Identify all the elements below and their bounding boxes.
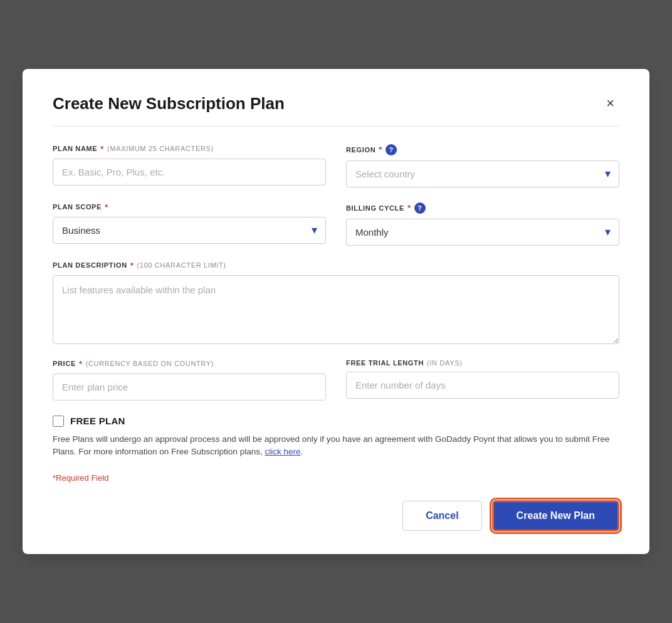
plan-scope-label: PLAN SCOPE * <box>53 202 326 212</box>
plan-desc-required: * <box>130 261 134 270</box>
plan-description-group: PLAN DESCRIPTION * (100 CHARACTER LIMIT) <box>53 261 619 344</box>
price-group: PRICE * (CURRENCY BASED ON COUNTRY) <box>53 359 326 401</box>
price-label: PRICE * (CURRENCY BASED ON COUNTRY) <box>53 359 326 369</box>
row-price-trial: PRICE * (CURRENCY BASED ON COUNTRY) FREE… <box>53 359 619 401</box>
region-select[interactable]: Select country United States Canada Unit… <box>346 160 619 187</box>
header-divider <box>53 126 619 127</box>
plan-name-group: PLAN NAME * (MAXIMUM 25 CHARACTERS) <box>53 144 326 187</box>
billing-cycle-select-wrapper: Monthly Annually Quarterly ▾ <box>346 219 619 246</box>
plan-scope-required: * <box>105 202 108 212</box>
billing-cycle-help-icon[interactable]: ? <box>414 202 426 214</box>
plan-name-label: PLAN NAME * (MAXIMUM 25 CHARACTERS) <box>53 144 326 154</box>
billing-cycle-label: BILLING CYCLE * ? <box>346 202 619 214</box>
plan-name-input[interactable] <box>53 159 326 186</box>
modal-container: Create New Subscription Plan × PLAN NAME… <box>23 69 649 555</box>
modal-header: Create New Subscription Plan × <box>53 94 619 113</box>
modal-title: Create New Subscription Plan <box>53 94 285 113</box>
region-select-wrapper: Select country United States Canada Unit… <box>346 160 619 187</box>
modal-footer: Cancel Create New Plan <box>53 500 619 531</box>
price-required: * <box>79 359 83 369</box>
plan-scope-select-wrapper: Business Personal Enterprise ▾ <box>53 217 326 244</box>
free-trial-input[interactable] <box>346 372 619 399</box>
free-plan-link[interactable]: click here <box>265 447 300 456</box>
free-plan-label: FREE PLAN <box>70 416 125 426</box>
free-plan-description: Free Plans will undergo an approval proc… <box>53 433 619 459</box>
region-label: REGION * ? <box>346 144 619 155</box>
plan-name-required: * <box>100 144 104 154</box>
region-help-icon[interactable]: ? <box>386 144 397 155</box>
row-scope-billing: PLAN SCOPE * Business Personal Enterpris… <box>53 202 619 246</box>
free-trial-group: FREE TRIAL LENGTH (IN DAYS) <box>346 359 619 401</box>
required-note: *Required Field <box>53 473 619 483</box>
plan-description-label: PLAN DESCRIPTION * (100 CHARACTER LIMIT) <box>53 261 619 270</box>
plan-scope-select[interactable]: Business Personal Enterprise <box>53 217 326 244</box>
free-plan-row: FREE PLAN <box>53 416 619 427</box>
cancel-button[interactable]: Cancel <box>402 501 481 531</box>
price-input[interactable] <box>53 374 326 401</box>
row-name-region: PLAN NAME * (MAXIMUM 25 CHARACTERS) REGI… <box>53 144 619 187</box>
billing-cycle-required: * <box>407 203 411 212</box>
billing-cycle-group: BILLING CYCLE * ? Monthly Annually Quart… <box>346 202 619 246</box>
region-group: REGION * ? Select country United States … <box>346 144 619 187</box>
modal-overlay: Create New Subscription Plan × PLAN NAME… <box>0 0 672 623</box>
free-plan-checkbox[interactable] <box>53 416 64 427</box>
billing-cycle-select[interactable]: Monthly Annually Quarterly <box>346 219 619 246</box>
plan-scope-group: PLAN SCOPE * Business Personal Enterpris… <box>53 202 326 246</box>
plan-description-textarea[interactable] <box>53 275 619 344</box>
create-new-plan-button[interactable]: Create New Plan <box>492 500 619 531</box>
region-required: * <box>379 145 382 154</box>
free-trial-label: FREE TRIAL LENGTH (IN DAYS) <box>346 359 619 367</box>
close-button[interactable]: × <box>601 94 619 113</box>
